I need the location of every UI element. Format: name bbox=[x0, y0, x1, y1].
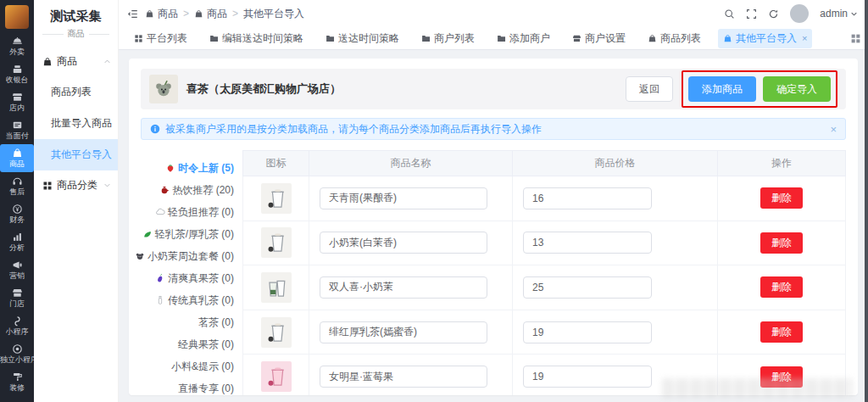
product-name-input[interactable] bbox=[320, 232, 487, 254]
category-item-traditional-milk-tea[interactable]: 传统真乳茶 (0) bbox=[141, 289, 242, 311]
add-goods-button[interactable]: 添加商品 bbox=[688, 76, 756, 102]
table-row: 删除 bbox=[243, 176, 846, 221]
bag-icon bbox=[723, 34, 732, 43]
col-header-name: 商品名称 bbox=[309, 151, 513, 176]
category-item-light-burden[interactable]: 轻负担推荐 (0) bbox=[141, 201, 242, 223]
info-alert: 被采集商户采用的是按分类加载商品，请为每个商品分类添加商品后再执行导入操作 × bbox=[141, 118, 846, 140]
product-name-input[interactable] bbox=[320, 187, 487, 209]
watermark bbox=[662, 378, 853, 399]
product-name-input[interactable] bbox=[320, 276, 487, 299]
sidebar-group-goods[interactable]: 商品 bbox=[34, 47, 118, 76]
rail-item-finance[interactable]: 财务 bbox=[0, 200, 34, 228]
tab-delivery-time-policy[interactable]: 送达时间策略 bbox=[320, 29, 404, 48]
tab-other-platform-import[interactable]: 其他平台导入 × bbox=[718, 29, 812, 48]
product-price-input[interactable] bbox=[523, 232, 652, 254]
strawberry-icon bbox=[165, 163, 175, 173]
delete-button[interactable]: 删除 bbox=[760, 276, 803, 298]
main-area: 商品 > 商品 > 其他平台导入 bbox=[119, 0, 868, 402]
delete-button[interactable]: 删除 bbox=[760, 321, 803, 343]
table-row: 删除 bbox=[243, 310, 846, 355]
product-price-input[interactable] bbox=[523, 187, 652, 209]
tab-platform-list[interactable]: 平台列表 bbox=[129, 29, 192, 48]
koala-logo-icon bbox=[153, 78, 175, 100]
sidebar-item-goods-list[interactable]: 商品列表 bbox=[34, 76, 118, 108]
window-scrollbar[interactable] bbox=[865, 0, 868, 402]
fullscreen-icon[interactable] bbox=[746, 8, 757, 20]
rail-item-decoration[interactable]: 装修 bbox=[0, 368, 34, 396]
search-icon[interactable] bbox=[724, 8, 735, 20]
breadcrumb-item-goods[interactable]: 商品 bbox=[145, 7, 178, 21]
col-header-icon: 图标 bbox=[243, 151, 309, 176]
rail-item-in-store[interactable]: 店内 bbox=[0, 88, 34, 116]
info-icon bbox=[150, 124, 160, 134]
delete-button[interactable]: 删除 bbox=[760, 187, 803, 209]
rail-item-mini-program[interactable]: 小程序 bbox=[0, 312, 34, 340]
bag-icon bbox=[145, 9, 154, 19]
page-content: 喜茶（太原美都汇购物广场店） 返回 添加商品 确定导入 被采集商户采用的是按分类… bbox=[119, 50, 868, 402]
finance-icon bbox=[12, 204, 23, 215]
grid-icon bbox=[42, 181, 53, 191]
leaf-icon bbox=[142, 229, 153, 239]
category-item-light-milk-tea[interactable]: 轻乳茶/厚乳茶 (0) bbox=[141, 223, 242, 245]
tab-goods-list[interactable]: 商品列表 bbox=[643, 29, 706, 48]
confirm-import-button[interactable]: 确定导入 bbox=[763, 76, 831, 102]
product-name-input[interactable] bbox=[320, 321, 487, 343]
product-price-input[interactable] bbox=[523, 366, 652, 388]
left-rail: 外卖 收银台 店内 当面付 商品 售后 财务 分析 bbox=[0, 0, 34, 402]
category-item-live-exclusive[interactable]: 直播专享 (0) bbox=[141, 377, 242, 395]
bottle-icon bbox=[155, 295, 165, 305]
collapse-sidebar-icon[interactable] bbox=[127, 8, 138, 20]
product-price-input[interactable] bbox=[523, 276, 652, 299]
tab-merchant-settings[interactable]: 商户设置 bbox=[567, 29, 631, 48]
category-item-toppings-tips[interactable]: 小料&提示 (0) bbox=[141, 355, 242, 377]
category-item-ming-tea[interactable]: 茗茶 (0) bbox=[141, 311, 242, 333]
product-price-input[interactable] bbox=[523, 321, 652, 343]
cloud-icon bbox=[155, 207, 165, 217]
rail-item-after-sales[interactable]: 售后 bbox=[0, 172, 34, 200]
category-item-xiaonaimo-set[interactable]: 小奶茉周边套餐 (0) bbox=[141, 245, 242, 267]
tabs-bar: 平台列表 编辑送达时间策略 送达时间策略 商户列表 添加商户 商户设置 bbox=[119, 27, 868, 50]
eggplant-icon bbox=[155, 273, 165, 283]
tabs-options-icon[interactable] bbox=[850, 33, 861, 44]
rail-item-store[interactable]: 门店 bbox=[0, 284, 34, 312]
user-avatar[interactable] bbox=[790, 4, 809, 23]
sidebar-item-other-platform-import[interactable]: 其他平台导入 bbox=[34, 139, 118, 170]
app-title: 测试采集 bbox=[34, 0, 118, 26]
product-name-input[interactable] bbox=[320, 366, 487, 388]
refresh-icon[interactable] bbox=[768, 8, 779, 20]
rail-item-analytics[interactable]: 分析 bbox=[0, 228, 34, 256]
product-image bbox=[261, 183, 292, 214]
alert-close-icon[interactable]: × bbox=[830, 123, 837, 136]
rail-item-cashier[interactable]: 收银台 bbox=[0, 60, 34, 88]
close-tab-icon[interactable]: × bbox=[802, 33, 807, 43]
col-header-price: 商品价格 bbox=[513, 151, 718, 176]
top-navbar: 商品 > 商品 > 其他平台导入 bbox=[119, 0, 868, 27]
delete-button[interactable]: 删除 bbox=[760, 232, 803, 254]
rail-item-takeout[interactable]: 外卖 bbox=[0, 32, 34, 60]
category-item-seasonal-new[interactable]: 时令上新 (5) bbox=[141, 157, 242, 179]
category-item-fresh-fruit-tea[interactable]: 清爽真果茶 (0) bbox=[141, 267, 242, 289]
product-image bbox=[261, 272, 292, 303]
tab-add-merchant[interactable]: 添加商户 bbox=[492, 29, 555, 48]
rail-item-face-pay[interactable]: 当面付 bbox=[0, 116, 34, 144]
breadcrumb-item-goods-2[interactable]: 商品 bbox=[194, 7, 227, 21]
category-item-classic-fruit-tea[interactable]: 经典果茶 (0) bbox=[141, 333, 242, 355]
rail-item-goods[interactable]: 商品 bbox=[0, 144, 34, 172]
user-menu[interactable]: admin bbox=[820, 8, 858, 20]
rail-item-standalone-mini-program[interactable]: 独立小程序 bbox=[0, 340, 34, 368]
tab-merchant-list[interactable]: 商户列表 bbox=[416, 29, 480, 48]
sidebar-item-batch-import[interactable]: 批量导入商品 bbox=[34, 108, 118, 139]
alert-text: 被采集商户采用的是按分类加载商品，请为每个商品分类添加商品后再执行导入操作 bbox=[165, 122, 542, 137]
bag-icon bbox=[194, 9, 203, 19]
back-button[interactable]: 返回 bbox=[626, 76, 673, 102]
standalone-mini-program-icon bbox=[12, 343, 23, 355]
category-item-hot-drinks[interactable]: 热饮推荐 (20) bbox=[141, 179, 242, 201]
folder-icon bbox=[497, 34, 506, 43]
product-image bbox=[261, 361, 292, 392]
rail-item-marketing[interactable]: 营销 bbox=[0, 256, 34, 284]
app-logo bbox=[5, 5, 29, 29]
analytics-icon bbox=[12, 232, 23, 243]
tab-edit-delivery-time-policy[interactable]: 编辑送达时间策略 bbox=[204, 29, 309, 48]
sidebar-group-goods-category[interactable]: 商品分类 bbox=[34, 170, 118, 200]
folder-icon bbox=[209, 34, 219, 43]
